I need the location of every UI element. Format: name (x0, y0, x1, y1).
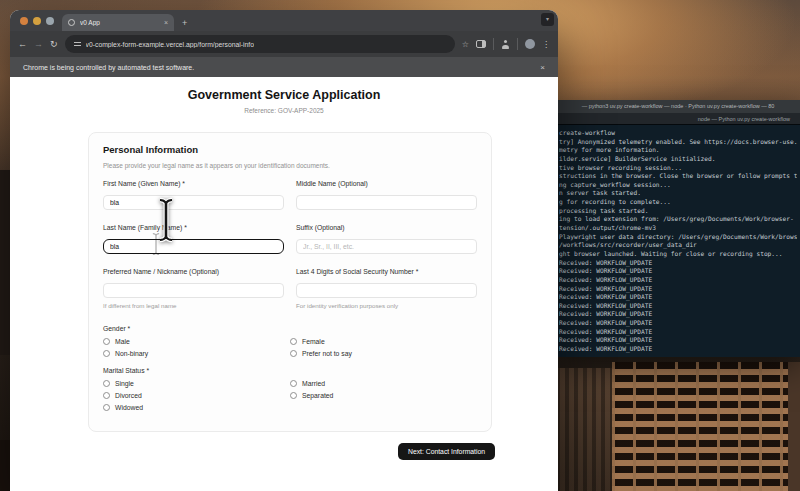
tab-title: v0 App (80, 19, 159, 26)
gender-options: Male Female Non-binary Prefer not to say (103, 338, 477, 357)
radio-icon[interactable] (290, 338, 297, 345)
terminal-line: ilder.service] BuilderService initialize… (559, 155, 797, 164)
radio-icon[interactable] (103, 392, 110, 399)
middle-name-label: Middle Name (Optional) (296, 180, 477, 187)
terminal-line: tive browser recording session... (559, 164, 797, 173)
marital-status-options: Single Married Divorced Separated Widowe… (103, 380, 477, 411)
menu-kebab-icon[interactable]: ⋮ (542, 40, 550, 49)
ssn-last4-group: Last 4 Digits of Social Security Number … (296, 268, 477, 309)
terminal-line: Playwright user data directory: /Users/g… (559, 233, 797, 242)
zoom-window-button[interactable] (46, 17, 54, 25)
back-icon[interactable]: ← (18, 40, 27, 49)
close-window-button[interactable] (20, 17, 28, 25)
radio-label: Male (115, 338, 130, 345)
url-text[interactable]: v0-complex-form-example.vercel.app/form/… (86, 41, 254, 48)
terminal-line: Received: WORKFLOW_UPDATE (559, 302, 797, 311)
page-title: Government Service Application (10, 88, 558, 102)
terminal-line: processing task started. (559, 207, 797, 216)
first-name-input[interactable] (103, 195, 284, 210)
terminal-line: Received: WORKFLOW_UPDATE (559, 259, 797, 268)
last-name-label: Last Name (Family Name) * (103, 224, 284, 231)
bookmark-star-icon[interactable]: ☆ (462, 40, 469, 49)
wallpaper-buildings-left (556, 368, 614, 491)
first-name-label: First Name (Given Name) * (103, 180, 284, 187)
tab-close-icon[interactable]: × (164, 19, 168, 26)
radio-marital-married[interactable]: Married (290, 380, 477, 387)
wallpaper-strip (0, 440, 10, 491)
address-bar[interactable]: v0-complex-form-example.vercel.app/form/… (65, 35, 455, 53)
suffix-group: Suffix (Optional) (296, 224, 477, 254)
radio-icon[interactable] (290, 392, 297, 399)
terminal-line: try] Anonymized telemetry enabled. See h… (559, 138, 797, 147)
terminal-line: Received: WORKFLOW_UPDATE (559, 328, 797, 337)
terminal-line: Received: WORKFLOW_UPDATE (559, 310, 797, 319)
forward-icon[interactable]: → (34, 40, 43, 49)
radio-marital-widowed[interactable]: Widowed (103, 404, 290, 411)
tab-search-button[interactable]: ▾ (541, 13, 554, 26)
radio-label: Single (115, 380, 134, 387)
terminal-line: tension/.output/chrome-mv3 (559, 224, 797, 233)
site-settings-icon[interactable] (74, 41, 81, 47)
last-name-group: Last Name (Family Name) * (103, 224, 284, 254)
radio-icon[interactable] (103, 404, 110, 411)
radio-gender-nonbinary[interactable]: Non-binary (103, 350, 290, 357)
window-controls (10, 10, 62, 31)
section-title: Personal Information (103, 144, 477, 155)
side-panel-icon[interactable] (476, 40, 486, 48)
personal-information-card: Personal Information Please provide your… (88, 132, 492, 432)
terminal-line: Received: WORKFLOW_UPDATE (559, 319, 797, 328)
radio-label: Married (302, 380, 325, 387)
radio-icon[interactable] (290, 380, 297, 387)
radio-icon[interactable] (290, 350, 297, 357)
new-tab-button[interactable]: + (182, 18, 187, 28)
preferred-name-input[interactable] (103, 283, 284, 298)
marital-status-label: Marital Status * (103, 367, 477, 374)
terminal-line: ght browser launched. Waiting for close … (559, 250, 797, 259)
next-contact-information-button[interactable]: Next: Contact Information (398, 443, 495, 460)
terminal-line: Received: WORKFLOW_UPDATE (559, 345, 797, 354)
reference-number: Reference: GOV-APP-2025 (10, 107, 558, 114)
browser-toolbar: ← → ↻ v0-complex-form-example.vercel.app… (10, 31, 558, 57)
radio-icon[interactable] (103, 350, 110, 357)
infobar-close-icon[interactable]: × (540, 63, 545, 72)
wallpaper-building-facade (612, 362, 790, 491)
automation-infobar: Chrome is being controlled by automated … (10, 57, 558, 77)
radio-marital-divorced[interactable]: Divorced (103, 392, 290, 399)
radio-marital-single[interactable]: Single (103, 380, 290, 387)
toolbar-divider (493, 38, 494, 50)
radio-gender-male[interactable]: Male (103, 338, 290, 345)
infobar-text: Chrome is being controlled by automated … (23, 64, 194, 71)
ssn-last4-input[interactable] (296, 283, 477, 298)
terminal-window[interactable]: — python3 uv.py create-workflow — node ·… (556, 100, 800, 357)
reload-icon[interactable]: ↻ (50, 40, 58, 49)
terminal-tab[interactable]: node — Python uv.py create-workflow (556, 113, 800, 125)
browser-window: v0 App × + ▾ ← → ↻ v0-complex-form-examp… (10, 10, 558, 491)
radio-icon[interactable] (103, 380, 110, 387)
preferred-name-group: Preferred Name / Nickname (Optional) If … (103, 268, 284, 309)
suffix-input[interactable] (296, 239, 477, 254)
first-name-group: First Name (Given Name) * (103, 180, 284, 210)
radio-marital-separated[interactable]: Separated (290, 392, 477, 399)
desktop: — python3 uv.py create-workflow — node ·… (0, 0, 800, 491)
tab-strip: v0 App × + ▾ (10, 10, 558, 31)
preferred-name-label: Preferred Name / Nickname (Optional) (103, 268, 284, 275)
terminal-titlebar[interactable]: — python3 uv.py create-workflow — node ·… (556, 100, 800, 113)
terminal-line: Received: WORKFLOW_UPDATE (559, 276, 797, 285)
avatar[interactable] (525, 39, 535, 49)
radio-label: Female (302, 338, 325, 345)
minimize-window-button[interactable] (33, 17, 41, 25)
terminal-line: n server task started. (559, 189, 797, 198)
web-page: Government Service Application Reference… (10, 77, 558, 491)
terminal-output: create-workflowtry] Anonymized telemetry… (556, 125, 800, 358)
terminal-line: /workflows/src/recorder/user_data_dir (559, 241, 797, 250)
profile-icon[interactable] (501, 40, 510, 49)
browser-tab[interactable]: v0 App × (62, 14, 174, 31)
radio-icon[interactable] (103, 338, 110, 345)
tab-favicon-icon (68, 19, 75, 26)
terminal-line: Received: WORKFLOW_UPDATE (559, 293, 797, 302)
preferred-name-hint: If different from legal name (103, 302, 284, 309)
radio-gender-female[interactable]: Female (290, 338, 477, 345)
radio-gender-prefer-not[interactable]: Prefer not to say (290, 350, 477, 357)
middle-name-input[interactable] (296, 195, 477, 210)
last-name-input[interactable] (103, 239, 284, 254)
